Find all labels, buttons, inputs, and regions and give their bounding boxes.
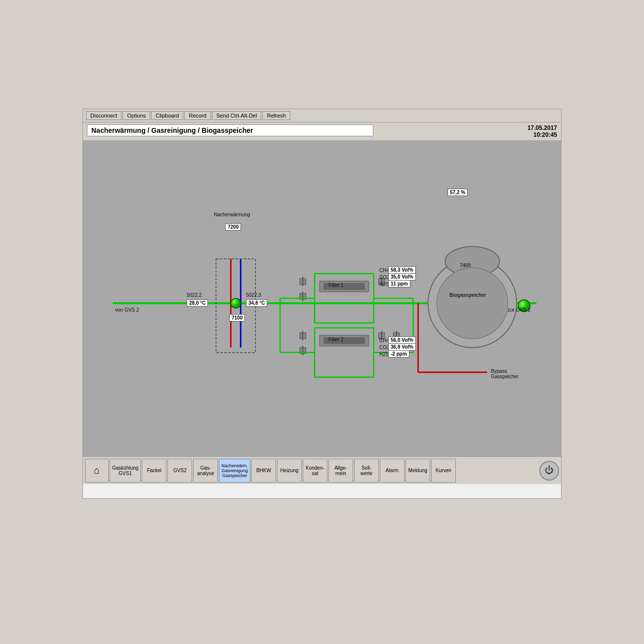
clipboard-button[interactable]: Clipboard — [151, 111, 183, 120]
nav-btn-fackel[interactable]: Fackel — [142, 459, 166, 483]
h2s-label-2: H2S — [379, 352, 389, 357]
h2s-val-1: 11 ppm — [388, 280, 410, 287]
co2-val-2: 36,9 Vol% — [388, 343, 416, 351]
temp2: 34,8 °C — [246, 299, 267, 307]
nav-btn-gaskuehlung[interactable]: GaskühlungGVS1 — [110, 459, 141, 483]
nav-btn-meldung[interactable]: Meldung — [405, 459, 430, 483]
zur-gvs2-label: zur GVS 2 — [508, 307, 530, 313]
tag-5022-3: 5022.3 — [246, 292, 261, 298]
time: 10:20:45 — [527, 131, 557, 138]
datetime: 17.05.2017 10:20:45 — [527, 124, 557, 138]
ch4-val-2: 56,0 Vol% — [388, 336, 416, 344]
nav-btn-bhkw[interactable]: BHKW — [251, 459, 276, 483]
filter2-label: Filter 2 — [328, 337, 344, 342]
home-button[interactable]: ⌂ — [85, 459, 109, 483]
tag-7200: 7200 — [225, 223, 241, 231]
nav-btn-alarm[interactable]: Alarm — [380, 459, 404, 483]
ch4-label-1: CH4 — [379, 268, 389, 273]
date: 17.05.2017 — [527, 124, 557, 131]
nav-btn-heizung[interactable]: Heizung — [277, 459, 302, 483]
refresh-button[interactable]: Refresh — [262, 111, 290, 120]
h2s-val-2: -2 ppm — [388, 350, 409, 358]
nachwaermung-label: Nacherwärmung — [214, 212, 250, 217]
bypass-label: Bypass Gasspeicher — [491, 368, 519, 379]
nav-btn-nachwaermung[interactable]: Nacherwärm.GasreinigungGasspeicher — [219, 459, 250, 483]
disconnect-button[interactable]: Disconnect — [86, 111, 121, 120]
toolbar: Disconnect Options Clipboard Record Send… — [83, 109, 561, 122]
main-canvas: Nacherwärmung 7200 7100 5022.2 28,0 °C 5… — [83, 140, 561, 456]
h2s-label-1: H2S — [379, 282, 389, 287]
nav-btn-allgemein[interactable]: Allge-mein — [328, 459, 353, 483]
schematic-svg — [83, 140, 561, 456]
nav-btn-gvs2[interactable]: GVS2 — [167, 459, 192, 483]
ch4-label-2: CH4 — [379, 338, 389, 343]
tag-7100: 7100 — [229, 314, 245, 322]
nav-btn-gasanalyse[interactable]: Gas-analyse — [193, 459, 218, 483]
send-ctrl-alt-del-button[interactable]: Send Ctrl-Alt-Del — [212, 111, 262, 120]
page-title: Nacherwärmung / Gasreinigung / Biogasspe… — [87, 124, 373, 136]
nav-btn-kondensat[interactable]: Konden-sat — [303, 459, 327, 483]
temp1: 28,0 °C — [187, 299, 208, 307]
nav-bar: ⌂ GaskühlungGVS1 Fackel GVS2 Gas-analyse… — [83, 456, 561, 484]
biogasspeicher-label: Biogasspeicher — [449, 292, 486, 298]
options-button[interactable]: Options — [122, 111, 150, 120]
tag-7400: 7400 — [460, 263, 471, 268]
title-bar: Nacherwärmung / Gasreinigung / Biogasspe… — [83, 122, 561, 140]
von-gvs2-label: von GVS 2 — [115, 307, 139, 313]
tag-5022-2: 5022.2 — [187, 292, 202, 298]
svg-point-41 — [231, 298, 241, 308]
ch4-val-1: 58,3 Vol% — [388, 266, 416, 274]
nav-btn-kurven[interactable]: Kurven — [431, 459, 456, 483]
main-window: Disconnect Options Clipboard Record Send… — [82, 109, 562, 499]
power-button[interactable]: ⏻ — [539, 461, 559, 481]
filter1-label: Filter 1 — [328, 282, 344, 288]
tank-percent: 57,2 % — [447, 189, 468, 196]
co2-val-1: 35,0 Vol% — [388, 273, 416, 281]
nav-btn-sollwerte[interactable]: Soll-werte — [354, 459, 379, 483]
record-button[interactable]: Record — [184, 111, 210, 120]
svg-point-39 — [437, 268, 508, 339]
